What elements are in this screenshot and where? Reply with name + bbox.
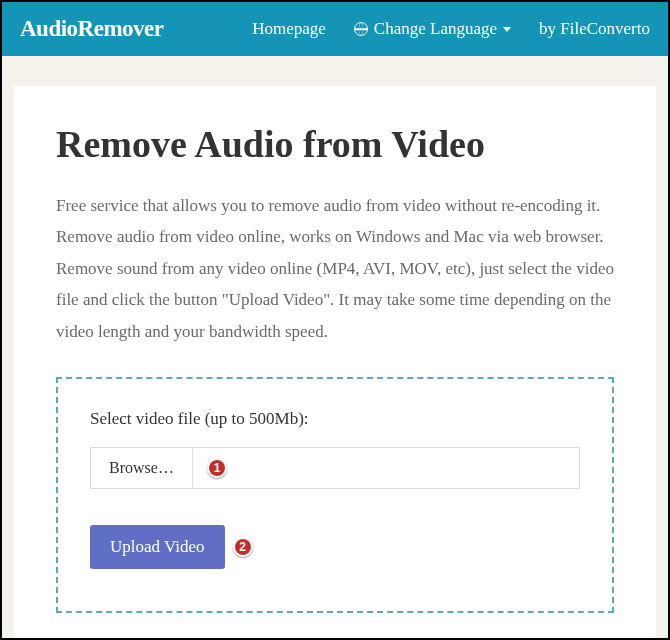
page-title: Remove Audio from Video — [56, 122, 614, 166]
file-name-display[interactable] — [193, 448, 579, 488]
nav-change-language[interactable]: Change Language — [354, 19, 511, 39]
content-card: Remove Audio from Video Free service tha… — [14, 86, 656, 640]
nav-converto-label: by FileConverto — [539, 19, 650, 39]
chevron-down-icon — [503, 27, 511, 32]
nav-by-converto[interactable]: by FileConverto — [539, 19, 650, 39]
upload-video-button[interactable]: Upload Video — [90, 525, 225, 569]
globe-icon — [354, 22, 368, 36]
file-input-row: Browse… 1 — [90, 447, 580, 489]
annotation-badge-2: 2 — [233, 537, 253, 557]
navbar: AudioRemover Homepage Change Language by… — [2, 2, 668, 56]
nav-language-label: Change Language — [374, 19, 497, 39]
upload-zone: Select video file (up to 500Mb): Browse…… — [56, 377, 614, 613]
annotation-badge-1: 1 — [207, 458, 227, 478]
nav-homepage[interactable]: Homepage — [252, 19, 326, 39]
upload-button-wrap: Upload Video 2 — [90, 525, 225, 569]
nav-items: Homepage Change Language by FileConverto — [252, 19, 650, 39]
page-body: Remove Audio from Video Free service tha… — [2, 56, 668, 640]
page-description: Free service that allows you to remove a… — [56, 190, 614, 347]
nav-homepage-label: Homepage — [252, 19, 326, 39]
select-file-label: Select video file (up to 500Mb): — [90, 409, 580, 429]
brand-logo[interactable]: AudioRemover — [20, 16, 163, 42]
browse-button[interactable]: Browse… — [91, 448, 193, 488]
